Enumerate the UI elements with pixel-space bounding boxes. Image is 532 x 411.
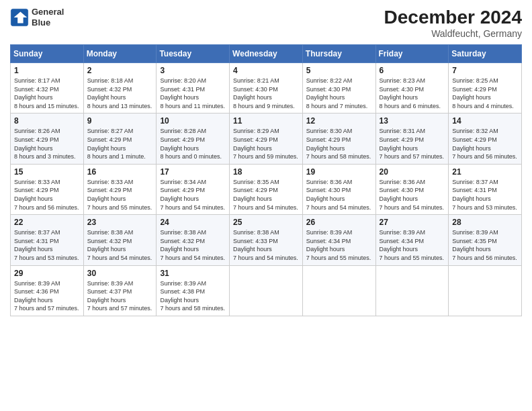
calendar-week-row: 8 Sunrise: 8:26 AM Sunset: 4:29 PM Dayli… — [11, 113, 522, 164]
col-friday: Friday — [375, 45, 449, 63]
table-row: 24 Sunrise: 8:38 AM Sunset: 4:32 PM Dayl… — [157, 215, 230, 265]
logo-icon — [10, 8, 29, 27]
day-info: Sunrise: 8:39 AM Sunset: 4:36 PM Dayligh… — [14, 279, 80, 313]
col-monday: Monday — [83, 45, 157, 63]
table-row: 7 Sunrise: 8:25 AM Sunset: 4:29 PM Dayli… — [449, 63, 522, 113]
table-row: 19 Sunrise: 8:36 AM Sunset: 4:30 PM Dayl… — [302, 164, 375, 214]
table-row: 22 Sunrise: 8:37 AM Sunset: 4:31 PM Dayl… — [11, 215, 84, 265]
day-number: 1 — [14, 66, 80, 75]
table-row: 25 Sunrise: 8:38 AM Sunset: 4:33 PM Dayl… — [230, 215, 303, 265]
table-row — [230, 265, 303, 316]
table-row: 8 Sunrise: 8:26 AM Sunset: 4:29 PM Dayli… — [11, 113, 84, 164]
day-info: Sunrise: 8:17 AM Sunset: 4:32 PM Dayligh… — [14, 77, 80, 110]
day-info: Sunrise: 8:27 AM Sunset: 4:29 PM Dayligh… — [87, 127, 153, 161]
table-row: 5 Sunrise: 8:22 AM Sunset: 4:30 PM Dayli… — [302, 63, 375, 113]
table-row: 10 Sunrise: 8:28 AM Sunset: 4:29 PM Dayl… — [157, 113, 230, 164]
day-info: Sunrise: 8:18 AM Sunset: 4:32 PM Dayligh… — [87, 77, 153, 110]
day-info: Sunrise: 8:39 AM Sunset: 4:34 PM Dayligh… — [380, 228, 445, 262]
day-info: Sunrise: 8:39 AM Sunset: 4:34 PM Dayligh… — [306, 228, 372, 262]
day-info: Sunrise: 8:38 AM Sunset: 4:33 PM Dayligh… — [233, 228, 299, 262]
day-number: 13 — [380, 116, 445, 126]
day-number: 16 — [87, 167, 153, 177]
day-number: 31 — [160, 269, 226, 278]
day-number: 3 — [160, 66, 226, 75]
table-row: 13 Sunrise: 8:31 AM Sunset: 4:29 PM Dayl… — [375, 113, 449, 164]
calendar-week-row: 1 Sunrise: 8:17 AM Sunset: 4:32 PM Dayli… — [11, 63, 522, 113]
table-row: 15 Sunrise: 8:33 AM Sunset: 4:29 PM Dayl… — [11, 164, 84, 214]
col-thursday: Thursday — [302, 45, 375, 63]
day-number: 7 — [452, 66, 518, 75]
day-info: Sunrise: 8:23 AM Sunset: 4:30 PM Dayligh… — [380, 77, 445, 110]
day-number: 17 — [160, 167, 226, 177]
day-info: Sunrise: 8:39 AM Sunset: 4:37 PM Dayligh… — [87, 279, 153, 313]
calendar-week-row: 15 Sunrise: 8:33 AM Sunset: 4:29 PM Dayl… — [11, 164, 522, 214]
day-number: 23 — [87, 218, 153, 227]
day-info: Sunrise: 8:38 AM Sunset: 4:32 PM Dayligh… — [160, 228, 226, 262]
table-row: 2 Sunrise: 8:18 AM Sunset: 4:32 PM Dayli… — [83, 63, 157, 113]
col-tuesday: Tuesday — [157, 45, 230, 63]
table-row: 12 Sunrise: 8:30 AM Sunset: 4:29 PM Dayl… — [302, 113, 375, 164]
day-info: Sunrise: 8:28 AM Sunset: 4:29 PM Dayligh… — [160, 127, 226, 161]
day-number: 24 — [160, 218, 226, 227]
table-row — [449, 265, 522, 316]
day-info: Sunrise: 8:20 AM Sunset: 4:31 PM Dayligh… — [160, 77, 226, 110]
logo: General Blue — [10, 7, 64, 28]
day-info: Sunrise: 8:37 AM Sunset: 4:31 PM Dayligh… — [452, 178, 518, 212]
day-info: Sunrise: 8:21 AM Sunset: 4:30 PM Dayligh… — [233, 77, 299, 110]
day-number: 6 — [380, 66, 445, 75]
day-number: 30 — [87, 269, 153, 278]
table-row: 23 Sunrise: 8:38 AM Sunset: 4:32 PM Dayl… — [83, 215, 157, 265]
day-number: 9 — [87, 116, 153, 126]
table-row: 31 Sunrise: 8:39 AM Sunset: 4:38 PM Dayl… — [157, 265, 230, 316]
calendar-header-row: Sunday Monday Tuesday Wednesday Thursday… — [11, 45, 522, 63]
day-info: Sunrise: 8:26 AM Sunset: 4:29 PM Dayligh… — [14, 127, 80, 161]
table-row: 28 Sunrise: 8:39 AM Sunset: 4:35 PM Dayl… — [449, 215, 522, 265]
day-info: Sunrise: 8:29 AM Sunset: 4:29 PM Dayligh… — [233, 127, 299, 161]
col-sunday: Sunday — [11, 45, 84, 63]
day-number: 18 — [233, 167, 299, 177]
page-header: General Blue December 2024 Waldfeucht, G… — [10, 7, 522, 39]
day-number: 12 — [306, 116, 372, 126]
table-row: 29 Sunrise: 8:39 AM Sunset: 4:36 PM Dayl… — [11, 265, 84, 316]
table-row — [302, 265, 375, 316]
day-info: Sunrise: 8:36 AM Sunset: 4:30 PM Dayligh… — [306, 178, 372, 212]
table-row — [375, 265, 449, 316]
day-info: Sunrise: 8:36 AM Sunset: 4:30 PM Dayligh… — [380, 178, 445, 212]
table-row: 16 Sunrise: 8:33 AM Sunset: 4:29 PM Dayl… — [83, 164, 157, 214]
table-row: 26 Sunrise: 8:39 AM Sunset: 4:34 PM Dayl… — [302, 215, 375, 265]
table-row: 9 Sunrise: 8:27 AM Sunset: 4:29 PM Dayli… — [83, 113, 157, 164]
table-row: 20 Sunrise: 8:36 AM Sunset: 4:30 PM Dayl… — [375, 164, 449, 214]
table-row: 18 Sunrise: 8:35 AM Sunset: 4:29 PM Dayl… — [230, 164, 303, 214]
day-number: 22 — [14, 218, 80, 227]
table-row: 11 Sunrise: 8:29 AM Sunset: 4:29 PM Dayl… — [230, 113, 303, 164]
day-info: Sunrise: 8:33 AM Sunset: 4:29 PM Dayligh… — [14, 178, 80, 212]
day-number: 10 — [160, 116, 226, 126]
day-info: Sunrise: 8:38 AM Sunset: 4:32 PM Dayligh… — [87, 228, 153, 262]
day-info: Sunrise: 8:39 AM Sunset: 4:38 PM Dayligh… — [160, 279, 226, 313]
day-info: Sunrise: 8:33 AM Sunset: 4:29 PM Dayligh… — [87, 178, 153, 212]
day-number: 29 — [14, 269, 80, 278]
location-title: Waldfeucht, Germany — [384, 28, 522, 39]
table-row: 4 Sunrise: 8:21 AM Sunset: 4:30 PM Dayli… — [230, 63, 303, 113]
calendar-week-row: 29 Sunrise: 8:39 AM Sunset: 4:36 PM Dayl… — [11, 265, 522, 316]
day-number: 28 — [452, 218, 518, 227]
day-number: 2 — [87, 66, 153, 75]
table-row: 27 Sunrise: 8:39 AM Sunset: 4:34 PM Dayl… — [375, 215, 449, 265]
day-number: 14 — [452, 116, 518, 126]
table-row: 6 Sunrise: 8:23 AM Sunset: 4:30 PM Dayli… — [375, 63, 449, 113]
day-info: Sunrise: 8:31 AM Sunset: 4:29 PM Dayligh… — [380, 127, 445, 161]
logo-text: General Blue — [32, 7, 64, 28]
table-row: 21 Sunrise: 8:37 AM Sunset: 4:31 PM Dayl… — [449, 164, 522, 214]
day-info: Sunrise: 8:34 AM Sunset: 4:29 PM Dayligh… — [160, 178, 226, 212]
title-area: December 2024 Waldfeucht, Germany — [384, 7, 522, 39]
day-info: Sunrise: 8:22 AM Sunset: 4:30 PM Dayligh… — [306, 77, 372, 110]
day-info: Sunrise: 8:35 AM Sunset: 4:29 PM Dayligh… — [233, 178, 299, 212]
day-number: 26 — [306, 218, 372, 227]
month-title: December 2024 — [384, 7, 522, 28]
day-info: Sunrise: 8:32 AM Sunset: 4:29 PM Dayligh… — [452, 127, 518, 161]
day-info: Sunrise: 8:25 AM Sunset: 4:29 PM Dayligh… — [452, 77, 518, 110]
day-number: 21 — [452, 167, 518, 177]
day-number: 15 — [14, 167, 80, 177]
table-row: 17 Sunrise: 8:34 AM Sunset: 4:29 PM Dayl… — [157, 164, 230, 214]
col-wednesday: Wednesday — [230, 45, 303, 63]
